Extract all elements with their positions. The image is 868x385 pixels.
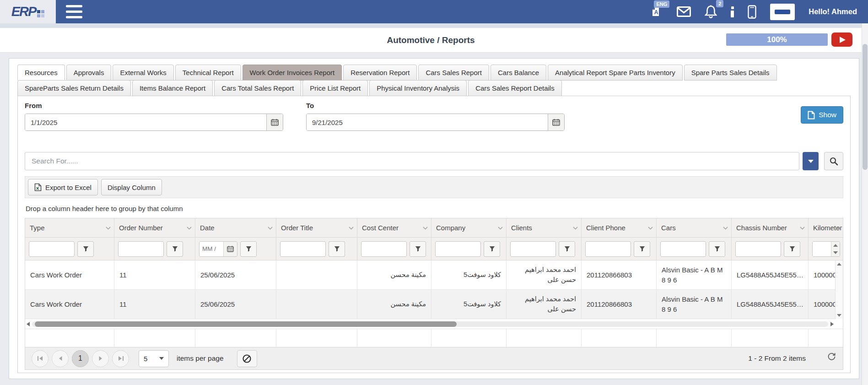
to-date-input[interactable] [307, 114, 548, 130]
filter-button-cars[interactable] [709, 241, 725, 257]
tab-technical-report[interactable]: Technical Report [175, 65, 241, 81]
horizontal-scroll-thumb[interactable] [35, 321, 457, 327]
mail-button[interactable] [677, 6, 691, 17]
filter-input-cars[interactable] [660, 241, 706, 257]
tab-cars-balance[interactable]: Cars Balance [491, 65, 546, 81]
clear-filter-button[interactable] [237, 350, 257, 367]
scroll-up-icon[interactable] [837, 263, 841, 266]
search-dropdown-button[interactable] [803, 152, 819, 170]
column-dropdown-icon[interactable] [268, 227, 273, 230]
search-button[interactable] [824, 152, 843, 170]
export-to-excel-button[interactable]: Export to Excel [28, 179, 98, 195]
menu-icon[interactable] [66, 5, 82, 18]
filter-input-cost-center[interactable] [361, 241, 407, 257]
column-dropdown-icon[interactable] [187, 227, 192, 230]
table-row[interactable]: Cars Work Order1125/06/2025مكينة محسنكلا… [25, 260, 843, 290]
column-header-order-title[interactable]: Order Title [276, 218, 357, 237]
info-button[interactable] [731, 6, 734, 17]
filter-input-company[interactable] [435, 241, 481, 257]
filter-input-client-phone[interactable] [585, 241, 631, 257]
filter-button-order-title[interactable] [329, 241, 345, 257]
column-dropdown-icon[interactable] [498, 227, 503, 230]
column-header-client-phone[interactable]: Client Phone [582, 218, 657, 237]
play-button[interactable] [831, 33, 852, 47]
filter-button-type[interactable] [77, 241, 94, 257]
current-page-button[interactable]: 1 [72, 350, 89, 367]
from-calendar-button[interactable] [266, 114, 283, 130]
tab-work-order-invoices-report[interactable]: Work Order Invoices Report [243, 65, 342, 81]
page-scrollbar[interactable] [862, 23, 868, 385]
column-header-date[interactable]: Date [195, 218, 276, 237]
scroll-down-icon[interactable] [837, 314, 841, 317]
tab-items-balance-report[interactable]: Items Balance Report [132, 80, 213, 96]
vertical-scrollbar[interactable] [835, 260, 843, 319]
filter-button-client-phone[interactable] [634, 241, 650, 257]
horizontal-scroll-track[interactable] [32, 321, 828, 327]
filter-button-cost-center[interactable] [410, 241, 426, 257]
tab-cars-sales-report-details[interactable]: Cars Sales Report Details [468, 80, 562, 96]
column-dropdown-icon[interactable] [723, 227, 728, 230]
app-logo[interactable]: ERP [0, 0, 56, 23]
last-page-button[interactable] [112, 350, 129, 367]
column-header-kilometer[interactable]: Kilometer [809, 218, 843, 237]
user-greeting[interactable]: Hello! Ahmed [809, 7, 857, 16]
column-dropdown-icon[interactable] [836, 227, 841, 230]
filter-input-order-number[interactable] [118, 241, 164, 257]
column-header-company[interactable]: Company [431, 218, 507, 237]
column-header-type[interactable]: Type [25, 218, 114, 237]
filter-button-company[interactable] [484, 241, 500, 257]
language-button[interactable]: A ENG [651, 5, 663, 18]
tab-resources[interactable]: Resources [17, 65, 65, 81]
column-header-cost-center[interactable]: Cost Center [357, 218, 431, 237]
tab-analytical-report-spare-parts-inventory[interactable]: Analytical Report Spare Parts Inventory [548, 65, 683, 81]
tab-reservation-report[interactable]: Reservation Report [343, 65, 417, 81]
page-size-select[interactable]: 5 [139, 350, 169, 367]
tab-approvals[interactable]: Approvals [66, 65, 112, 81]
column-dropdown-icon[interactable] [573, 227, 578, 230]
next-page-button[interactable] [92, 350, 109, 367]
column-dropdown-icon[interactable] [648, 227, 653, 230]
notifications-button[interactable]: 2 [705, 5, 717, 18]
tab-price-list-report[interactable]: Price List Report [302, 80, 368, 96]
filter-input-order-title[interactable] [280, 241, 326, 257]
column-header-chassis-number[interactable]: Chassis Number [732, 218, 809, 237]
search-input[interactable] [25, 152, 799, 170]
filter-button-date[interactable] [240, 241, 257, 257]
column-dropdown-icon[interactable] [349, 227, 354, 230]
filter-button-clients[interactable] [559, 241, 575, 257]
scroll-left-icon[interactable] [27, 322, 30, 326]
refresh-button[interactable] [827, 352, 836, 361]
table-row[interactable]: Cars Work Order1125/06/2025مكينة محسنكلا… [25, 290, 843, 319]
tab-cars-sales-report[interactable]: Cars Sales Report [418, 65, 489, 81]
filter-input-type[interactable] [29, 241, 75, 257]
mobile-button[interactable] [748, 5, 756, 19]
scroll-right-icon[interactable] [830, 322, 834, 326]
spinner-up-button[interactable] [831, 242, 840, 249]
horizontal-scrollbar[interactable] [25, 320, 835, 328]
tab-external-works[interactable]: External Works [113, 65, 173, 81]
page-scroll-thumb[interactable] [863, 44, 868, 170]
group-drop-zone[interactable]: Drop a column header here to group by th… [25, 198, 843, 218]
column-header-cars[interactable]: Cars [657, 218, 732, 237]
tab-cars-total-sales-report[interactable]: Cars Total Sales Report [214, 80, 301, 96]
spinner-down-button[interactable] [831, 249, 840, 256]
column-header-order-number[interactable]: Order Number [114, 218, 195, 237]
filter-button-chassis-number[interactable] [784, 241, 800, 257]
first-page-button[interactable] [32, 350, 49, 367]
filter-input-clients[interactable] [510, 241, 556, 257]
filter-input-chassis-number[interactable] [735, 241, 781, 257]
filter-button-order-number[interactable] [167, 241, 183, 257]
display-column-button[interactable]: Display Column [101, 179, 162, 195]
to-calendar-button[interactable] [548, 114, 564, 130]
column-dropdown-icon[interactable] [800, 227, 805, 230]
show-button[interactable]: Show [801, 106, 843, 124]
from-date-input[interactable] [25, 114, 266, 130]
column-dropdown-icon[interactable] [106, 227, 111, 230]
calendar-button[interactable] [223, 242, 237, 256]
previous-page-button[interactable] [52, 350, 69, 367]
tab-spare-parts-sales-details[interactable]: Spare Parts Sales Details [684, 65, 777, 81]
filter-input-kilometer[interactable] [813, 242, 831, 256]
column-header-clients[interactable]: Clients [507, 218, 582, 237]
tab-physical-inventory-analysis[interactable]: Physical Inventory Analysis [369, 80, 467, 96]
date-filter-input[interactable] [199, 242, 223, 256]
